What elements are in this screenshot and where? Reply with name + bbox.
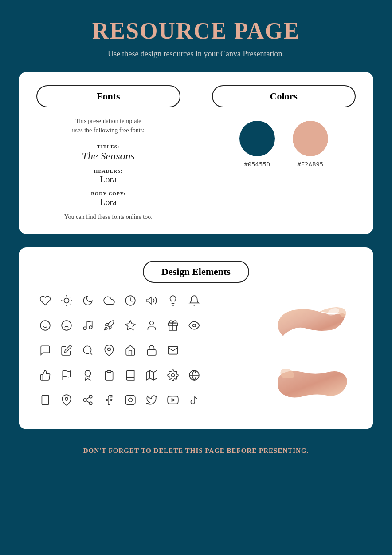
map-icon xyxy=(143,366,161,384)
gift-icon xyxy=(164,317,182,334)
chat-icon xyxy=(36,341,54,359)
svg-point-0 xyxy=(64,298,69,303)
icons-grid-area xyxy=(36,292,356,416)
tiktok-icon xyxy=(185,391,203,409)
search-icon xyxy=(79,341,97,359)
titles-font: The Seasons xyxy=(36,150,180,162)
color-hex-1: #05455D xyxy=(244,161,270,168)
facebook-icon xyxy=(100,391,118,409)
color-swatch-1: #05455D xyxy=(239,121,275,168)
svg-point-41 xyxy=(65,398,68,401)
headers-font: Lora xyxy=(36,174,180,185)
smile-icon xyxy=(36,317,54,334)
globe-icon xyxy=(185,366,203,384)
fonts-section: Fonts This presentation template uses th… xyxy=(36,85,194,221)
user-icon xyxy=(143,317,161,334)
svg-point-28 xyxy=(108,348,111,351)
svg-line-4 xyxy=(70,304,71,305)
body-font: Lora xyxy=(36,197,180,207)
heart-icon xyxy=(36,292,54,309)
svg-point-42 xyxy=(89,395,92,398)
award-icon xyxy=(79,366,97,384)
lightbulb-icon xyxy=(164,292,182,309)
icons-row-5 xyxy=(36,391,267,409)
phone-icon xyxy=(36,391,54,409)
moon-icon xyxy=(79,292,97,309)
svg-point-25 xyxy=(193,324,196,327)
instagram-icon xyxy=(122,391,139,409)
svg-marker-21 xyxy=(125,321,135,330)
page-title: RESOURCE PAGE xyxy=(92,18,300,44)
svg-marker-33 xyxy=(146,370,157,380)
icons-row-4 xyxy=(36,366,267,384)
design-elements-title: Design Elements xyxy=(143,261,249,283)
star-icon xyxy=(122,317,139,334)
svg-marker-49 xyxy=(172,399,175,402)
colors-section: Colors #05455D #E2AB95 xyxy=(194,85,356,221)
fonts-description: This presentation template uses the foll… xyxy=(36,116,180,135)
svg-rect-47 xyxy=(125,395,135,405)
clock-icon xyxy=(122,292,139,309)
sun-icon xyxy=(58,292,75,309)
edit-icon xyxy=(58,341,75,359)
icons-row-2 xyxy=(36,317,267,334)
flag-icon xyxy=(58,366,75,384)
eye-icon xyxy=(185,317,203,334)
color-circle-1 xyxy=(239,121,275,156)
titles-label: TITLES: xyxy=(36,144,180,149)
fonts-colors-card: Fonts This presentation template uses th… xyxy=(19,72,373,234)
rocket-icon xyxy=(100,317,118,334)
colors-header: Colors xyxy=(212,85,356,107)
music-icon xyxy=(79,317,97,334)
svg-marker-10 xyxy=(147,297,151,304)
cloud-icon xyxy=(100,292,118,309)
location-icon xyxy=(58,391,75,409)
svg-point-20 xyxy=(89,326,92,329)
svg-point-19 xyxy=(83,327,86,330)
icons-row-3 xyxy=(36,341,267,359)
youtube-icon xyxy=(164,391,182,409)
ribbon-2 xyxy=(269,364,353,408)
icons-section xyxy=(36,292,267,416)
pin-icon xyxy=(100,341,118,359)
mail-icon xyxy=(164,341,182,359)
fonts-header: Fonts xyxy=(36,85,180,107)
svg-point-44 xyxy=(89,402,92,405)
footer-text: DON'T FORGET TO DELETE THIS PAGE BEFORE … xyxy=(83,447,309,455)
design-elements-card: Design Elements xyxy=(19,247,373,429)
svg-point-13 xyxy=(40,321,50,330)
color-circle-2 xyxy=(293,121,328,156)
svg-line-46 xyxy=(86,397,89,399)
svg-line-27 xyxy=(90,353,92,355)
share-icon xyxy=(79,391,97,409)
twitter-icon xyxy=(143,391,161,409)
color-hex-2: #E2AB95 xyxy=(297,161,323,168)
settings-icon xyxy=(164,366,182,384)
book-icon xyxy=(122,366,139,384)
svg-rect-29 xyxy=(147,350,156,355)
body-label: BODY COPY: xyxy=(36,191,180,196)
design-elements-header: Design Elements xyxy=(36,261,356,283)
svg-point-36 xyxy=(172,374,175,377)
svg-rect-32 xyxy=(107,370,111,372)
svg-line-3 xyxy=(63,297,64,298)
svg-rect-39 xyxy=(42,395,48,405)
frown-icon xyxy=(58,317,75,334)
color-swatch-2: #E2AB95 xyxy=(293,121,328,168)
lock-icon xyxy=(143,341,161,359)
decorative-images xyxy=(267,292,356,416)
ribbon-1 xyxy=(269,300,353,344)
page-subtitle: Use these design resources in your Canva… xyxy=(108,49,284,59)
svg-point-26 xyxy=(83,346,91,353)
headers-label: HEADERS: xyxy=(36,168,180,174)
thumbsup-icon xyxy=(36,366,54,384)
svg-point-31 xyxy=(85,370,91,376)
fonts-footer: You can find these fonts online too. xyxy=(36,214,180,221)
svg-point-22 xyxy=(150,321,154,325)
home-icon xyxy=(122,341,139,359)
svg-line-8 xyxy=(70,297,71,298)
svg-line-7 xyxy=(63,304,64,305)
svg-line-45 xyxy=(86,401,89,403)
bell-icon xyxy=(185,292,203,309)
clipboard-icon xyxy=(100,366,118,384)
